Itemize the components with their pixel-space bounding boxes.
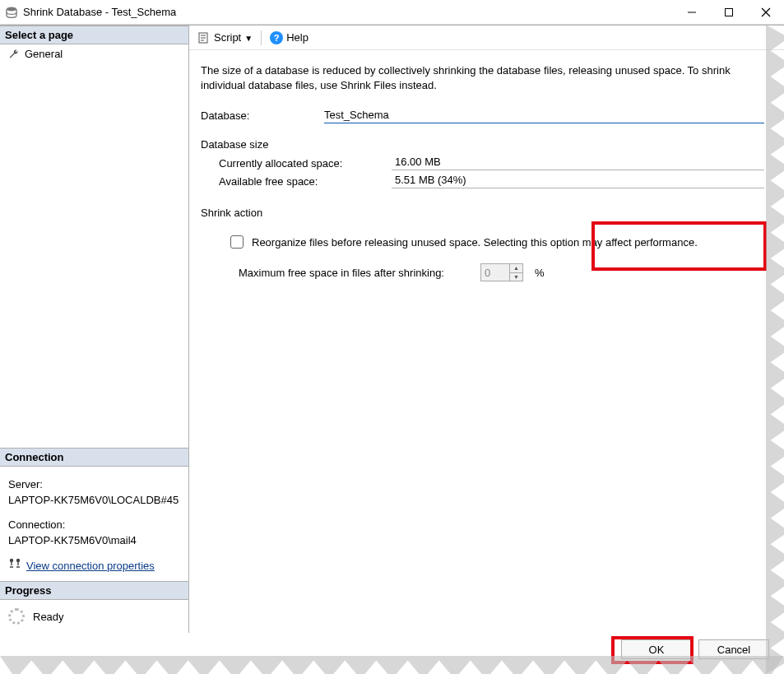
- database-label: Database:: [201, 109, 324, 122]
- svg-point-0: [7, 7, 16, 11]
- server-value: LAPTOP-KK75M6V0\LOCALDB#45: [8, 492, 183, 509]
- jagged-edge-bottom: [0, 656, 784, 674]
- page-item-general[interactable]: General: [0, 44, 188, 63]
- percent-label: %: [535, 267, 545, 279]
- help-button[interactable]: ? Help: [270, 31, 308, 44]
- help-label: Help: [286, 31, 308, 44]
- spinner-up-icon[interactable]: ▲: [510, 264, 522, 273]
- close-button[interactable]: [747, 0, 784, 25]
- progress-spinner-icon: [8, 608, 25, 625]
- reorganize-checkbox[interactable]: [230, 235, 244, 249]
- script-label: Script: [214, 31, 241, 44]
- left-panel: Select a page General Connection Server:…: [0, 26, 189, 633]
- pages-header: Select a page: [0, 26, 188, 44]
- svg-rect-2: [725, 8, 732, 16]
- allocated-label: Currently allocated space:: [219, 157, 392, 170]
- ok-label: OK: [649, 644, 665, 656]
- description-text: The size of a database is reduced by col…: [201, 63, 764, 92]
- maximize-button[interactable]: [710, 0, 747, 25]
- connection-label: Connection:: [8, 517, 183, 533]
- title-bar: Shrink Database - Test_Schema: [0, 0, 784, 25]
- spinner-down-icon[interactable]: ▼: [510, 273, 522, 281]
- svg-point-5: [10, 558, 13, 561]
- script-icon: [197, 31, 211, 44]
- maxfree-label: Maximum free space in files after shrink…: [239, 267, 469, 279]
- database-size-header: Database size: [201, 138, 764, 151]
- window-title: Shrink Database - Test_Schema: [23, 6, 176, 18]
- script-dropdown-icon[interactable]: ▼: [244, 32, 253, 43]
- page-item-label: General: [25, 48, 63, 60]
- server-label: Server:: [8, 476, 183, 493]
- shrink-action-header: Shrink action: [201, 207, 764, 219]
- cancel-label: Cancel: [717, 644, 750, 656]
- allocated-value: 16.00 MB: [392, 156, 568, 170]
- script-button[interactable]: Script ▼: [197, 31, 253, 44]
- toolbar: Script ▼ ? Help: [189, 26, 784, 50]
- database-input[interactable]: [324, 107, 764, 123]
- connection-value: LAPTOP-KK75M6V0\mail4: [8, 532, 183, 549]
- maxfree-spinner[interactable]: 0 ▲ ▼: [480, 263, 523, 281]
- progress-status: Ready: [33, 611, 64, 623]
- free-label: Available free space:: [219, 175, 392, 188]
- svg-point-6: [16, 558, 20, 561]
- database-icon: [5, 6, 18, 19]
- view-connection-properties-link[interactable]: View connection properties: [26, 558, 155, 574]
- connection-header: Connection: [0, 448, 188, 467]
- wrench-icon: [8, 49, 20, 60]
- main-panel: Script ▼ ? Help The size of a database i…: [189, 26, 784, 633]
- help-icon: ?: [270, 31, 283, 44]
- maxfree-value: 0: [485, 267, 490, 279]
- reorganize-label: Reorganize files before releasing unused…: [252, 236, 698, 249]
- connection-properties-icon: [8, 557, 21, 575]
- toolbar-separator: [261, 30, 262, 45]
- free-value: 5.51 MB (34%): [392, 174, 568, 188]
- minimize-button[interactable]: [673, 0, 710, 25]
- connection-body: Server: LAPTOP-KK75M6V0\LOCALDB#45 Conne…: [0, 467, 188, 582]
- progress-header: Progress: [0, 581, 188, 600]
